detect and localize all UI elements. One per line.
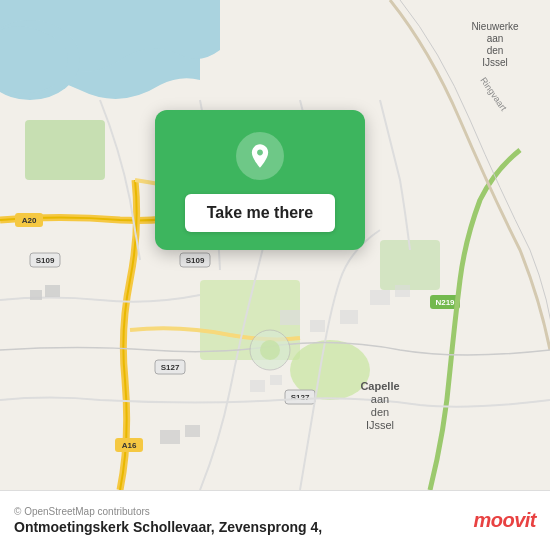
footer: © OpenStreetMap contributors Ontmoetings… — [0, 490, 550, 550]
pin-icon-wrap — [236, 132, 284, 180]
take-me-there-button[interactable]: Take me there — [185, 194, 335, 232]
svg-text:aan: aan — [487, 33, 504, 44]
svg-rect-35 — [270, 375, 282, 385]
location-card: Take me there — [155, 110, 365, 250]
footer-left: © OpenStreetMap contributors Ontmoetings… — [14, 506, 322, 535]
svg-text:S109: S109 — [36, 256, 55, 265]
svg-rect-37 — [185, 425, 200, 437]
svg-text:IJssel: IJssel — [482, 57, 508, 68]
svg-rect-38 — [370, 290, 390, 305]
svg-text:S127: S127 — [161, 363, 180, 372]
map-container: A20 A16 S109 S127 S127 N219 Ringvaart — [0, 0, 550, 490]
svg-text:S127: S127 — [291, 393, 310, 402]
svg-rect-33 — [340, 310, 358, 324]
svg-rect-30 — [45, 285, 60, 297]
svg-text:Capelle: Capelle — [360, 380, 399, 392]
svg-text:den: den — [371, 406, 389, 418]
svg-text:S109: S109 — [186, 256, 205, 265]
svg-rect-31 — [280, 310, 300, 325]
moovit-logo-text: moovit — [473, 509, 536, 532]
svg-text:N219: N219 — [435, 298, 455, 307]
location-pin-icon — [246, 142, 274, 170]
svg-rect-36 — [160, 430, 180, 444]
svg-rect-2 — [25, 120, 105, 180]
svg-rect-34 — [250, 380, 265, 392]
svg-text:A20: A20 — [22, 216, 37, 225]
svg-text:aan: aan — [371, 393, 389, 405]
svg-rect-39 — [395, 285, 410, 297]
svg-text:A16: A16 — [122, 441, 137, 450]
svg-rect-29 — [30, 290, 42, 300]
svg-rect-32 — [310, 320, 325, 332]
svg-text:Nieuwerke: Nieuwerke — [471, 21, 519, 32]
svg-text:IJssel: IJssel — [366, 419, 394, 431]
moovit-logo: moovit — [473, 509, 536, 532]
osm-attribution: © OpenStreetMap contributors — [14, 506, 322, 517]
location-name: Ontmoetingskerk Schollevaar, Zevensprong… — [14, 519, 322, 535]
svg-text:den: den — [487, 45, 504, 56]
svg-point-41 — [260, 340, 280, 360]
